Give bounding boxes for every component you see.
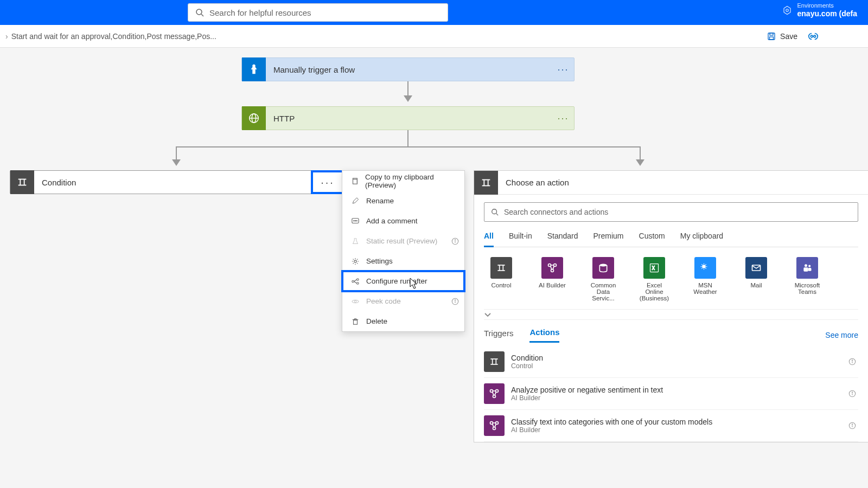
info-icon[interactable]	[848, 390, 856, 397]
svg-point-19	[355, 220, 355, 221]
action-icon	[484, 351, 505, 372]
info-icon[interactable]	[451, 298, 459, 305]
connector-icon	[745, 257, 767, 279]
tab-triggers[interactable]: Triggers	[484, 329, 513, 342]
svg-point-18	[354, 220, 354, 221]
svg-point-76	[852, 424, 852, 425]
tab-actions[interactable]: Actions	[529, 328, 559, 343]
connector-category-tabs: All Built-in Standard Premium Custom My …	[484, 228, 858, 247]
action-icon	[484, 415, 505, 436]
svg-point-0	[196, 9, 202, 15]
connector-label: Common Data Servic...	[586, 282, 621, 301]
svg-point-2	[786, 9, 788, 12]
breadcrumb[interactable]: › Start and wait for an approval,Conditi…	[5, 32, 216, 41]
trigger-card[interactable]: Manually trigger a flow ···	[241, 57, 575, 81]
save-button[interactable]: Save	[767, 25, 797, 48]
action-list-item[interactable]: Analyze positive or negative sentiment i…	[484, 378, 858, 410]
condition-card[interactable]: Condition ···	[10, 170, 344, 194]
connector-icon	[796, 257, 818, 279]
tab-premium[interactable]: Premium	[593, 228, 624, 247]
tab-standard[interactable]: Standard	[547, 228, 578, 247]
tab-custom[interactable]: Custom	[639, 228, 665, 247]
gear-icon	[350, 258, 361, 265]
svg-point-24	[354, 260, 356, 262]
action-list-item[interactable]: Classify text into categories with one o…	[484, 410, 858, 442]
svg-rect-16	[353, 179, 358, 184]
menu-rename[interactable]: Rename	[342, 191, 464, 211]
chevron-right-icon: ›	[5, 32, 8, 41]
connector-icon	[643, 257, 665, 279]
connector-label: AI Builder	[535, 282, 570, 288]
action-icon	[484, 383, 505, 404]
arrow-down-icon	[636, 159, 644, 166]
connector-item[interactable]: Common Data Servic...	[586, 257, 621, 301]
search-icon	[491, 208, 499, 216]
svg-point-41	[492, 209, 497, 214]
svg-rect-32	[354, 320, 358, 324]
menu-peek-code: Peek code	[342, 291, 464, 311]
actions-list: ConditionControlAnalyze positive or nega…	[484, 346, 858, 442]
connector-item[interactable]: Mail	[739, 257, 774, 301]
card-menu-button[interactable]: ···	[552, 113, 574, 124]
connector-item[interactable]: AI Builder	[535, 257, 570, 301]
tab-built-in[interactable]: Built-in	[509, 228, 532, 247]
connector-label: Control	[484, 282, 519, 288]
connector-item[interactable]: MSN Weather	[688, 257, 723, 301]
connector-item[interactable]: Excel Online (Business)	[637, 257, 672, 301]
environment-picker[interactable]: Environments enayu.com (defa	[782, 2, 857, 18]
connector-line	[407, 130, 409, 146]
tab-all[interactable]: All	[484, 228, 494, 247]
toolbar: › Start and wait for an approval,Conditi…	[0, 25, 868, 48]
menu-configure-run-after[interactable]: Configure run after	[342, 271, 464, 291]
http-icon	[242, 106, 266, 130]
connector-item[interactable]: Control	[484, 257, 519, 301]
svg-point-52	[702, 265, 706, 268]
global-search-input[interactable]: Search for helpful resources	[188, 3, 448, 22]
environment-icon	[782, 5, 792, 15]
action-list-item[interactable]: ConditionControl	[484, 346, 858, 378]
connectors-grid: ControlAI BuilderCommon Data Servic...Ex…	[484, 247, 858, 309]
flow-checker-icon[interactable]	[807, 30, 819, 42]
choose-action-panel: Choose an action Search connectors and a…	[474, 170, 868, 442]
svg-point-20	[356, 220, 357, 221]
connector-icon	[592, 257, 614, 279]
svg-rect-5	[770, 37, 774, 40]
expand-connectors-button[interactable]	[484, 309, 858, 320]
svg-rect-4	[770, 33, 773, 35]
card-menu-button[interactable]: ···	[552, 64, 574, 75]
connector-icon	[694, 257, 716, 279]
menu-copy-clipboard[interactable]: Copy to my clipboard (Preview)	[342, 171, 464, 191]
trash-icon	[350, 318, 361, 325]
http-action-card[interactable]: HTTP ···	[241, 106, 575, 130]
info-icon[interactable]	[848, 422, 856, 429]
search-placeholder: Search for helpful resources	[209, 8, 311, 17]
connector-icon	[541, 257, 563, 279]
card-menu-button-highlighted[interactable]: ···	[311, 170, 344, 194]
env-value: enayu.com (defa	[797, 9, 857, 18]
svg-point-31	[455, 299, 455, 300]
info-icon[interactable]	[451, 237, 459, 245]
pencil-icon	[350, 197, 361, 205]
svg-point-28	[354, 300, 356, 303]
menu-settings[interactable]: Settings	[342, 251, 464, 271]
svg-rect-56	[803, 267, 808, 272]
connector-line	[176, 146, 641, 147]
menu-add-comment[interactable]: Add a comment	[342, 211, 464, 231]
see-more-link[interactable]: See more	[825, 331, 858, 339]
connector-search-input[interactable]: Search connectors and actions	[484, 202, 858, 222]
menu-delete[interactable]: Delete	[342, 311, 464, 331]
action-connector: AI Builder	[511, 394, 663, 402]
info-icon[interactable]	[848, 358, 856, 365]
svg-point-6	[810, 35, 813, 37]
tab-my-clipboard[interactable]: My clipboard	[680, 228, 723, 247]
svg-point-50	[599, 264, 607, 267]
svg-rect-51	[650, 264, 659, 272]
connector-label: Microsoft Teams	[790, 282, 825, 295]
context-menu: Copy to my clipboard (Preview) Rename Ad…	[342, 170, 465, 332]
connector-item[interactable]: Microsoft Teams	[790, 257, 825, 301]
svg-point-70	[852, 392, 852, 393]
action-name: Classify text into categories with one o…	[511, 418, 712, 426]
search-icon	[195, 8, 204, 17]
choose-action-header: Choose an action	[474, 171, 868, 195]
flow-canvas[interactable]: Manually trigger a flow ··· HTTP ··· Con…	[0, 48, 868, 488]
